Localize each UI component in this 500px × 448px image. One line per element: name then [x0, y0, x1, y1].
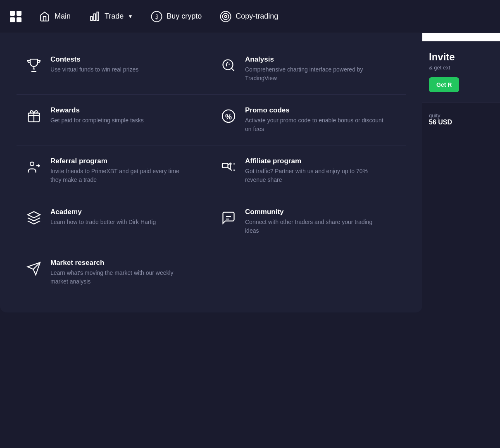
dropdown-item-community[interactable]: Community Connect with other traders and… — [211, 198, 406, 245]
svg-text:₿: ₿ — [155, 14, 158, 20]
svg-point-5 — [221, 11, 231, 21]
market-research-text: Market research Learn what's moving the … — [50, 259, 191, 286]
trophy-icon — [25, 56, 43, 74]
affiliate-desc: Got traffic? Partner with us and enjoy u… — [245, 167, 386, 184]
community-desc: Connect with other traders and share you… — [245, 218, 386, 235]
analysis-icon — [219, 56, 238, 74]
buy-crypto-icon: ₿ — [150, 10, 163, 23]
equity-label: quity — [429, 112, 493, 119]
svg-point-6 — [223, 13, 229, 19]
academy-text: Academy Learn how to trade better with D… — [50, 208, 156, 226]
market-research-desc: Learn what's moving the market with our … — [50, 269, 191, 286]
equity-section: quity 56 USD — [422, 102, 500, 136]
rewards-icon — [25, 107, 43, 125]
home-icon — [38, 10, 51, 23]
svg-rect-1 — [94, 14, 95, 20]
analysis-text: Analysis Comprehensive charting interfac… — [245, 55, 386, 83]
dropdown-item-academy[interactable]: Academy Learn how to trade better with D… — [17, 198, 211, 245]
rewards-title: Rewards — [50, 106, 144, 114]
trade-dropdown: Contests Use virtual funds to win real p… — [0, 33, 422, 312]
svg-line-11 — [231, 68, 234, 71]
academy-icon — [25, 209, 43, 227]
contests-text: Contests Use virtual funds to win real p… — [50, 55, 138, 74]
svg-point-7 — [225, 15, 227, 17]
dropdown-item-contests[interactable]: Contests Use virtual funds to win real p… — [17, 45, 211, 93]
nav-item-copy-trading[interactable]: Copy-trading — [212, 7, 285, 26]
equity-value: 56 USD — [429, 119, 493, 126]
rewards-text: Rewards Get paid for completing simple t… — [50, 106, 144, 125]
nav-item-main[interactable]: Main — [31, 7, 77, 26]
affiliate-icon — [219, 158, 238, 176]
svg-point-18 — [30, 162, 34, 166]
copy-trading-icon — [219, 10, 232, 23]
dropdown-item-market-research[interactable]: Market research Learn what's moving the … — [17, 249, 211, 296]
dropdown-item-referral[interactable]: Referral program Invite friends to Prime… — [17, 147, 211, 194]
svg-rect-19 — [222, 163, 228, 168]
svg-point-10 — [223, 60, 233, 70]
chart-icon — [88, 10, 101, 23]
analysis-title: Analysis — [245, 55, 386, 64]
affiliate-title: Affiliate program — [245, 157, 386, 165]
academy-title: Academy — [50, 208, 156, 216]
dropdown-item-analysis[interactable]: Analysis Comprehensive charting interfac… — [211, 45, 406, 93]
contests-title: Contests — [50, 55, 138, 64]
market-research-icon — [25, 260, 43, 278]
svg-text:%: % — [225, 113, 232, 121]
invite-button[interactable]: Get R — [429, 77, 459, 92]
community-icon — [219, 209, 238, 227]
affiliate-text: Affiliate program Got traffic? Partner w… — [245, 157, 386, 184]
svg-rect-2 — [97, 12, 98, 21]
analysis-desc: Comprehensive charting interface powered… — [245, 65, 386, 83]
referral-desc: Invite friends to PrimeXBT and get paid … — [50, 167, 191, 184]
promo-icon: % — [219, 107, 238, 125]
invite-title: Invite — [429, 51, 493, 63]
nav-item-buy-crypto[interactable]: ₿ Buy crypto — [143, 7, 208, 26]
community-text: Community Connect with other traders and… — [245, 208, 386, 235]
rewards-desc: Get paid for completing simple tasks — [50, 116, 144, 125]
dropdown-grid: Contests Use virtual funds to win real p… — [17, 45, 406, 296]
promo-desc: Activate your promo code to enable bonus… — [245, 116, 386, 133]
contests-desc: Use virtual funds to win real prizes — [50, 65, 138, 74]
invite-sub: & get ext — [429, 64, 493, 71]
nav-item-trade[interactable]: Trade ▼ — [81, 7, 139, 26]
grid-icon[interactable] — [8, 9, 23, 24]
dropdown-item-affiliate[interactable]: Affiliate program Got traffic? Partner w… — [211, 147, 406, 194]
right-panel: drawal limit Invite & get ext Get R quit… — [422, 0, 500, 448]
nav-buy-crypto-label: Buy crypto — [167, 12, 202, 21]
svg-point-12 — [229, 64, 230, 65]
trade-chevron-icon: ▼ — [128, 14, 133, 19]
promo-text: Promo codes Activate your promo code to … — [245, 106, 386, 133]
dropdown-item-rewards[interactable]: Rewards Get paid for completing simple t… — [17, 96, 211, 143]
invite-card: Invite & get ext Get R — [422, 41, 500, 102]
nav-copy-trading-label: Copy-trading — [236, 12, 278, 21]
referral-icon — [25, 158, 43, 176]
academy-desc: Learn how to trade better with Dirk Hart… — [50, 218, 156, 226]
svg-rect-0 — [90, 17, 92, 21]
navbar: Main Trade ▼ ₿ Buy crypto — [0, 0, 500, 33]
market-research-title: Market research — [50, 259, 191, 267]
promo-title: Promo codes — [245, 106, 386, 114]
nav-main-label: Main — [55, 12, 71, 21]
community-title: Community — [245, 208, 386, 216]
dropdown-item-promo[interactable]: % Promo codes Activate your promo code t… — [211, 96, 406, 143]
nav-trade-label: Trade — [105, 12, 124, 21]
referral-text: Referral program Invite friends to Prime… — [50, 157, 191, 184]
referral-title: Referral program — [50, 157, 191, 165]
